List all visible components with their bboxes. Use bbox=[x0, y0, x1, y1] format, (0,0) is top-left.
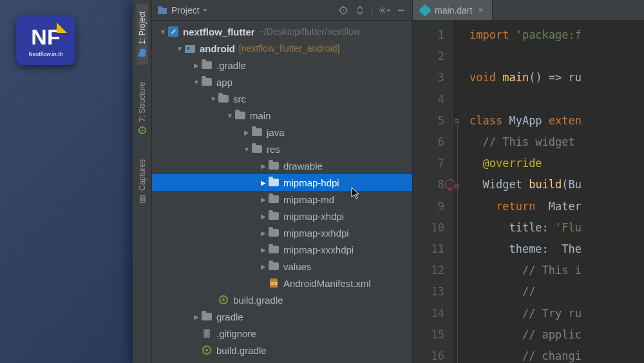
tree-mipmap-hdpi[interactable]: ▶ mipmap-hdpi bbox=[152, 174, 412, 191]
tree-manifest[interactable]: xml AndroidManifest.xml bbox=[152, 275, 412, 291]
tree-app[interactable]: ▼ app bbox=[152, 74, 412, 90]
gear-icon[interactable]: ▾ bbox=[379, 5, 390, 16]
line-gutter[interactable]: 1 2 3 4 5 6 7 8 9 10 11 12 13 14 15 16 ⊟ bbox=[413, 21, 453, 363]
tree-item[interactable]: ▶ mipmap-xxxhdpi bbox=[152, 241, 412, 258]
tree-android[interactable]: ▼ android [nextflow_flutter_android] bbox=[152, 40, 412, 57]
svg-rect-1 bbox=[138, 53, 140, 57]
folder-icon bbox=[218, 93, 229, 104]
chevron-down-icon[interactable]: ▼ bbox=[158, 28, 167, 35]
editor-tab-bar: main.dart ✕ bbox=[413, 0, 644, 21]
folder-icon bbox=[268, 194, 279, 204]
chevron-right-icon[interactable]: ▶ bbox=[259, 162, 268, 170]
close-icon[interactable]: ✕ bbox=[477, 5, 484, 15]
mouse-cursor-icon bbox=[351, 187, 361, 200]
folder-icon bbox=[201, 311, 213, 322]
svg-text:xml: xml bbox=[270, 281, 278, 286]
chevron-right-icon[interactable]: ▶ bbox=[259, 196, 268, 203]
editor-panel: main.dart ✕ 1 2 3 4 5 6 7 8 9 10 11 12 1… bbox=[413, 0, 644, 363]
svg-rect-6 bbox=[158, 8, 167, 14]
fold-open-icon[interactable]: ⊟ bbox=[455, 176, 459, 197]
tree-item[interactable]: build.gradle bbox=[152, 291, 412, 308]
folder-icon bbox=[251, 127, 263, 137]
logo-badge: NF Nextflow.in.th bbox=[16, 16, 75, 65]
tree-item[interactable]: ▶ drawable bbox=[152, 157, 412, 174]
svg-point-9 bbox=[343, 10, 344, 11]
gradle-icon bbox=[201, 345, 213, 355]
module-icon bbox=[184, 43, 196, 54]
tree-item[interactable]: ▶ mipmap-xxhdpi bbox=[152, 224, 412, 241]
structure-tab[interactable]: 7: Structure bbox=[137, 74, 148, 142]
chevron-down-icon[interactable]: ▼ bbox=[209, 95, 218, 103]
captures-tab[interactable]: Captures bbox=[137, 152, 148, 211]
svg-point-3 bbox=[141, 129, 143, 131]
dart-file-icon bbox=[419, 4, 431, 17]
hide-icon[interactable] bbox=[395, 5, 407, 16]
panel-title[interactable]: Project ▾ bbox=[157, 5, 332, 15]
folder-icon bbox=[201, 77, 213, 87]
tree-item[interactable]: ▶ mipmap-md bbox=[152, 191, 412, 208]
chevron-right-icon[interactable]: ▶ bbox=[192, 62, 201, 69]
svg-point-14 bbox=[381, 9, 384, 12]
svg-point-22 bbox=[222, 299, 225, 301]
project-tree[interactable]: ▼ nextflow_flutter ~/Desktop/flutter/nex… bbox=[152, 21, 412, 363]
chevron-right-icon[interactable]: ▶ bbox=[259, 213, 268, 220]
folder-icon bbox=[234, 110, 246, 121]
project-view-icon bbox=[157, 5, 167, 15]
file-icon bbox=[201, 328, 213, 338]
folder-icon bbox=[268, 211, 279, 221]
svg-rect-7 bbox=[158, 6, 162, 8]
tool-window-bar: 1: Project 7: Structure Captures bbox=[133, 0, 152, 363]
tree-item[interactable]: ▶ values bbox=[152, 258, 412, 275]
chevron-down-icon[interactable]: ▼ bbox=[242, 146, 251, 153]
tree-res[interactable]: ▼ res bbox=[152, 141, 412, 157]
flutter-module-icon bbox=[167, 26, 179, 37]
tree-item[interactable]: build.gradle bbox=[152, 342, 412, 358]
structure-icon bbox=[138, 126, 147, 135]
collapse-icon[interactable] bbox=[354, 5, 366, 16]
folder-icon bbox=[268, 228, 279, 238]
tree-src[interactable]: ▼ src bbox=[152, 90, 412, 107]
project-panel: Project ▾ | ▾ ▼ nextflow_flutter ~/Deskt… bbox=[152, 0, 413, 363]
chevron-right-icon[interactable]: ▶ bbox=[259, 263, 268, 270]
locate-icon[interactable] bbox=[337, 5, 349, 16]
folder-icon bbox=[268, 177, 279, 188]
panel-header: Project ▾ | ▾ bbox=[152, 0, 412, 21]
svg-rect-15 bbox=[398, 10, 404, 11]
tree-item[interactable]: ▶ gradle bbox=[152, 308, 412, 325]
tree-item[interactable]: gradle.properties bbox=[152, 358, 412, 363]
project-tab[interactable]: 1: Project bbox=[137, 4, 148, 65]
gradle-icon bbox=[218, 295, 229, 305]
svg-point-5 bbox=[141, 197, 144, 200]
tree-main[interactable]: ▼ main bbox=[152, 107, 412, 124]
logo-caption: Nextflow.in.th bbox=[28, 51, 63, 57]
chevron-right-icon[interactable]: ▶ bbox=[192, 313, 201, 320]
captures-icon bbox=[138, 194, 147, 203]
tree-root[interactable]: ▼ nextflow_flutter ~/Desktop/flutter/nex… bbox=[152, 23, 412, 40]
chevron-right-icon[interactable]: ▶ bbox=[259, 179, 268, 186]
folder-icon bbox=[251, 144, 263, 154]
tree-item[interactable]: ▶ mipmap-xhdpi bbox=[152, 208, 412, 224]
dropdown-icon: ▾ bbox=[204, 6, 207, 14]
chevron-down-icon[interactable]: ▼ bbox=[192, 79, 201, 86]
fold-column[interactable]: ⊟ ⊟ bbox=[452, 25, 466, 363]
ide-window: 1: Project 7: Structure Captures Project… bbox=[133, 0, 644, 363]
tree-item[interactable]: ▶ java bbox=[152, 124, 412, 141]
folder-icon bbox=[201, 60, 213, 70]
code-editor[interactable]: 1 2 3 4 5 6 7 8 9 10 11 12 13 14 15 16 ⊟ bbox=[413, 21, 644, 363]
chevron-right-icon[interactable]: ▶ bbox=[259, 246, 268, 253]
chevron-down-icon[interactable]: ▼ bbox=[225, 112, 234, 119]
svg-point-28 bbox=[205, 349, 208, 351]
code-content[interactable]: import 'package:f void main() => ru clas… bbox=[453, 21, 644, 363]
svg-rect-17 bbox=[185, 45, 195, 53]
svg-rect-18 bbox=[187, 47, 189, 50]
folder-icon bbox=[268, 261, 279, 271]
chevron-right-icon[interactable]: ▶ bbox=[259, 230, 268, 237]
tree-item[interactable]: .gitignore bbox=[152, 325, 412, 342]
chevron-down-icon[interactable]: ▼ bbox=[175, 45, 184, 52]
folder-icon bbox=[268, 244, 279, 255]
xml-file-icon: xml bbox=[268, 278, 279, 288]
editor-tab-main[interactable]: main.dart ✕ bbox=[413, 0, 493, 20]
tree-item[interactable]: ▶ .gradle bbox=[152, 57, 412, 74]
folder-icon bbox=[268, 161, 279, 171]
chevron-right-icon[interactable]: ▶ bbox=[242, 129, 251, 136]
